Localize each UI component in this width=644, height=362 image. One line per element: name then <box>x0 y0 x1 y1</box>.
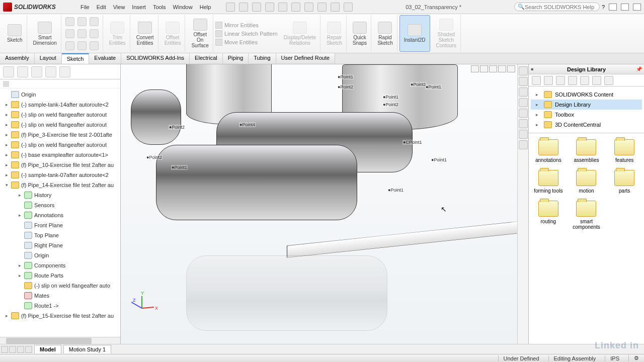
help-search[interactable]: 🔍 <box>514 3 600 11</box>
cmd-tab-evaluate[interactable]: Evaluate <box>89 53 121 64</box>
ellipse-icon[interactable] <box>90 29 99 38</box>
expander-icon[interactable] <box>4 92 9 97</box>
close-button[interactable] <box>633 4 641 11</box>
expander-icon[interactable]: ▸ <box>4 112 9 117</box>
linear-pattern-button[interactable]: Linear Sketch Pattern <box>215 30 278 37</box>
cmd-tab-electrical[interactable]: Electrical <box>190 53 223 64</box>
tab-next-icon[interactable] <box>17 346 24 353</box>
custom-props-icon[interactable] <box>519 119 528 128</box>
menu-view[interactable]: View <box>113 4 125 10</box>
fm-filter-bar[interactable] <box>0 79 120 88</box>
menu-insert[interactable]: Insert <box>132 4 146 10</box>
dlib-folder-parts[interactable]: parts <box>609 170 640 194</box>
tab-prev-icon[interactable] <box>9 346 16 353</box>
tree-row[interactable]: ▸ (-) sample-tank-07after autoroute<2 <box>0 170 120 180</box>
trim-entities-button[interactable]: Trim Entities <box>105 15 130 52</box>
bulb-icon[interactable] <box>604 76 613 85</box>
dlib-node[interactable]: ▸ Design Library <box>531 100 642 110</box>
cmd-tab-layout[interactable]: Layout <box>35 53 62 64</box>
forward-icon[interactable] <box>544 76 553 85</box>
cmd-tab-piping[interactable]: Piping <box>223 53 249 64</box>
tree-row[interactable]: Origin <box>0 89 120 100</box>
dlib-folder-routing[interactable]: routing <box>533 201 564 230</box>
sketch-button[interactable]: Sketch <box>3 15 27 52</box>
expander-icon[interactable]: ▸ <box>4 162 9 167</box>
minimize-button[interactable] <box>609 4 617 11</box>
tab-first-icon[interactable] <box>1 346 8 353</box>
expander-icon[interactable]: ▸ <box>536 122 541 127</box>
add-location-icon[interactable] <box>556 76 565 85</box>
status-units[interactable]: IPS <box>605 355 619 361</box>
expander-icon[interactable] <box>17 253 22 258</box>
expander-icon[interactable]: ▸ <box>4 122 9 127</box>
expander-icon[interactable]: ▸ <box>17 273 22 278</box>
tree-row[interactable]: Right Plane <box>0 240 120 250</box>
menu-help[interactable]: Help <box>200 4 211 10</box>
expander-icon[interactable]: ▸ <box>536 102 541 107</box>
dlib-node[interactable]: ▸ 3D ContentCentral <box>531 120 642 130</box>
graphics-viewport[interactable]: ●Point1●Point2●Point1●Point1●Point1●Poin… <box>121 64 517 344</box>
tree-row[interactable]: ▸ Route Parts <box>0 270 120 281</box>
dlib-node[interactable]: ▸ SOLIDWORKS Content <box>531 89 642 100</box>
shaded-contours-button[interactable]: Shaded Sketch Contours <box>432 15 461 52</box>
arc-icon[interactable] <box>77 29 87 38</box>
expander-icon[interactable]: ▸ <box>4 152 9 157</box>
fm-appearance-icon[interactable] <box>59 66 70 77</box>
refresh-icon[interactable] <box>580 76 589 85</box>
expander-icon[interactable] <box>17 203 22 208</box>
dlib-folder-smart-components[interactable]: smart components <box>571 201 602 230</box>
offset-entities-button[interactable]: Offset Entities <box>160 15 186 52</box>
circle-icon[interactable] <box>77 17 87 26</box>
expander-icon[interactable]: ▸ <box>4 102 9 107</box>
instant2d-button[interactable]: Instant2D <box>399 15 430 52</box>
text-icon[interactable] <box>90 41 99 50</box>
view-palette-icon[interactable] <box>519 98 528 107</box>
mirror-entities-button[interactable]: Mirror Entities <box>215 22 278 29</box>
repair-sketch-button[interactable]: Repair Sketch <box>323 15 347 52</box>
quick-snaps-button[interactable]: Quick Snaps <box>349 15 371 52</box>
dlib-folder-features[interactable]: features <box>609 139 640 163</box>
vp-close-icon[interactable] <box>507 65 515 72</box>
cmd-tab-assembly[interactable]: Assembly <box>0 53 35 64</box>
print-icon[interactable] <box>278 3 287 12</box>
model-tab[interactable]: Model <box>34 345 61 353</box>
search-input[interactable] <box>525 4 596 10</box>
vp-prev-icon[interactable] <box>471 65 479 72</box>
tree-row[interactable]: ▸ History <box>0 190 120 200</box>
expander-icon[interactable]: ▸ <box>17 213 22 218</box>
expander-icon[interactable] <box>17 243 22 248</box>
cmd-tab-sketch[interactable]: Sketch <box>62 53 90 64</box>
tree-row[interactable]: Front Plane <box>0 220 120 230</box>
offset-on-surface-button[interactable]: Offset On Surface <box>187 15 213 52</box>
dlib-folder-forming-tools[interactable]: forming tools <box>533 170 564 194</box>
polygon-icon[interactable] <box>77 41 87 50</box>
cmd-tab-solidworks-add-ins[interactable]: SOLIDWORKS Add-Ins <box>121 53 190 64</box>
help-icon[interactable]: ? <box>602 4 605 10</box>
tree-row[interactable]: Top Plane <box>0 230 120 240</box>
tab-last-icon[interactable] <box>25 346 32 353</box>
expander-icon[interactable] <box>17 303 22 308</box>
scroll-thumb[interactable] <box>6 338 92 344</box>
tree-row[interactable]: ▸ Components <box>0 260 120 270</box>
expander-icon[interactable] <box>17 233 22 238</box>
forum-icon[interactable] <box>519 130 528 139</box>
expander-icon[interactable]: ▸ <box>536 112 541 117</box>
tree-row[interactable]: ▸ Annotations <box>0 210 120 220</box>
fm-config-icon[interactable] <box>17 66 28 77</box>
tree-row[interactable]: ▸ (-) sample-tank-14after autoroute<2 <box>0 100 120 110</box>
back-icon[interactable] <box>532 76 541 85</box>
rapid-sketch-button[interactable]: Rapid Sketch <box>373 15 397 52</box>
maximize-button[interactable] <box>621 4 629 11</box>
menu-tools[interactable]: Tools <box>153 4 166 10</box>
undo-icon[interactable] <box>291 3 300 12</box>
sw-resources-icon[interactable] <box>519 140 528 149</box>
gear-icon[interactable] <box>344 3 353 12</box>
tree-row[interactable]: ▸ (f) Pipe_15-Exercise file test 2after … <box>0 311 120 321</box>
motion-study-tab[interactable]: Motion Study 1 <box>63 345 111 353</box>
rebuild-icon[interactable] <box>317 3 327 12</box>
tree-row[interactable]: ▸ (-) base exampleafter autoroute<1> <box>0 150 120 160</box>
tree-row[interactable]: ▸ (-) slip on weld flangeafter autorout <box>0 140 120 150</box>
tree-row[interactable]: Sensors <box>0 200 120 210</box>
save-icon[interactable] <box>265 3 274 12</box>
fm-property-icon[interactable] <box>31 66 42 77</box>
